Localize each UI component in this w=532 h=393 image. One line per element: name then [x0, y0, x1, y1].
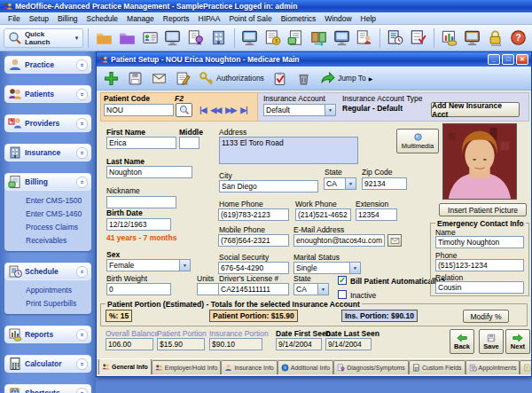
- sidebar-header-calculator[interactable]: Calculator »: [4, 355, 91, 373]
- menu-window[interactable]: Window: [320, 14, 356, 23]
- sidebar-item-process-claims[interactable]: Process Claims: [26, 221, 91, 234]
- chevron-down-icon[interactable]: »: [76, 118, 88, 130]
- menu-hipaa[interactable]: HIPAA: [194, 14, 225, 23]
- payments-exchange-button[interactable]: [308, 28, 329, 49]
- home-phone-input[interactable]: [218, 208, 289, 221]
- email-send-button[interactable]: [387, 234, 402, 247]
- security-lock-button[interactable]: [484, 28, 505, 49]
- help-button[interactable]: [507, 28, 528, 49]
- patient-code-input[interactable]: [104, 104, 174, 116]
- billing-invoice-button[interactable]: [262, 28, 284, 49]
- emergency-relation-input[interactable]: [435, 281, 524, 294]
- statements-button[interactable]: [331, 28, 352, 49]
- sidebar-header-insurance[interactable]: Insurance »: [4, 144, 91, 161]
- nav-first-button[interactable]: |◀: [200, 106, 206, 114]
- chevron-down-icon[interactable]: »: [76, 358, 88, 370]
- tab-diagnosis-symptoms[interactable]: Diagnosis/Symptoms: [333, 360, 409, 374]
- work-phone-input[interactable]: [295, 208, 351, 221]
- emergency-phone-input[interactable]: [435, 259, 524, 271]
- terminal-button[interactable]: [462, 28, 483, 49]
- tab-insurance-info[interactable]: Insurance Info: [221, 360, 277, 374]
- maximize-button[interactable]: □: [502, 54, 514, 65]
- chevron-down-icon[interactable]: »: [76, 147, 88, 159]
- emergency-name-input[interactable]: [435, 236, 524, 248]
- add-patient-button[interactable]: [100, 68, 121, 89]
- tab-general-info[interactable]: General Info: [98, 358, 152, 374]
- chevron-down-icon[interactable]: »: [76, 59, 88, 71]
- save-patient-button[interactable]: [124, 68, 145, 89]
- sex-select[interactable]: Female▼: [106, 259, 191, 271]
- sidebar-item-enter-cms-1460[interactable]: Enter CMS-1460: [26, 208, 91, 221]
- charges-button[interactable]: [285, 28, 306, 49]
- next-button[interactable]: Next: [505, 329, 530, 354]
- state-select[interactable]: CA▼: [324, 177, 356, 190]
- charts-button[interactable]: [439, 28, 460, 49]
- patient-portion-input[interactable]: [157, 338, 205, 350]
- tab-additional-info[interactable]: Additional Info: [278, 360, 333, 374]
- jump-to-button[interactable]: Jump To ▶: [317, 68, 376, 89]
- back-button[interactable]: Back: [450, 329, 474, 354]
- email-input[interactable]: [293, 234, 385, 247]
- close-button[interactable]: ✕: [516, 54, 528, 65]
- city-input[interactable]: [219, 180, 318, 193]
- save-button[interactable]: Save: [479, 329, 504, 354]
- claims-export-button[interactable]: [239, 28, 261, 49]
- insurance-portion-input[interactable]: [209, 338, 262, 350]
- menu-reports[interactable]: Reports: [159, 14, 194, 23]
- sidebar-header-patients[interactable]: Patients »: [4, 85, 91, 103]
- tab-employer-hold-info[interactable]: Employer/Hold Info: [152, 360, 222, 374]
- edit-button[interactable]: [172, 68, 193, 89]
- address-input[interactable]: 1133 El Toro Road: [219, 137, 358, 164]
- middle-input[interactable]: [179, 137, 200, 149]
- sidebar-item-enter-cms-1500[interactable]: Enter CMS-1500: [26, 194, 91, 208]
- delete-button[interactable]: [293, 68, 315, 89]
- chevron-up-icon[interactable]: «: [76, 177, 88, 188]
- menu-help[interactable]: Help: [356, 14, 380, 23]
- tab-patient-notes[interactable]: Patient Notes: [520, 360, 531, 374]
- patient-report-button[interactable]: [354, 28, 375, 49]
- date-last-seen-input[interactable]: [325, 338, 372, 350]
- patient-search-button[interactable]: [176, 103, 192, 117]
- nav-previous-button[interactable]: ◀◀: [210, 106, 221, 114]
- overall-balance-input[interactable]: [106, 338, 153, 350]
- insert-picture-button[interactable]: Insert Patient Picture: [439, 203, 527, 216]
- cpt-codes-button[interactable]: [93, 28, 114, 49]
- date-first-seen-input[interactable]: [276, 338, 322, 350]
- sidebar-header-providers[interactable]: Providers »: [4, 114, 91, 132]
- social-security-input[interactable]: [218, 262, 289, 274]
- birth-weight-input[interactable]: [106, 283, 171, 295]
- extension-input[interactable]: [356, 208, 397, 221]
- sidebar-header-reports[interactable]: Reports »: [4, 326, 91, 343]
- nav-last-button[interactable]: ▶|: [240, 106, 246, 114]
- workstation-button[interactable]: [162, 28, 184, 49]
- chevron-down-icon[interactable]: »: [76, 89, 88, 100]
- audit-report-button[interactable]: [408, 28, 429, 49]
- menu-setup[interactable]: Setup: [25, 14, 53, 23]
- bill-auto-checkbox[interactable]: [338, 276, 347, 285]
- sidebar-item-print-superbills[interactable]: Print Superbills: [26, 297, 91, 310]
- chevron-down-icon[interactable]: »: [76, 388, 88, 393]
- practice-office-button[interactable]: [208, 28, 230, 49]
- tab-custom-fields[interactable]: Custom Fields: [409, 360, 466, 374]
- menu-manage[interactable]: Manage: [122, 14, 159, 23]
- tab-appointments[interactable]: Appointments: [466, 360, 520, 374]
- menu-file[interactable]: File: [4, 14, 25, 23]
- sidebar-header-schedule[interactable]: Schedule «: [4, 263, 91, 280]
- quick-launch-button[interactable]: Quick Launch ▼: [4, 28, 83, 48]
- menu-schedule[interactable]: Schedule: [82, 14, 122, 23]
- insurance-account-select[interactable]: Default▼: [263, 104, 336, 116]
- authorizations-button[interactable]: Authorizations: [196, 68, 267, 89]
- nickname-input[interactable]: [106, 196, 176, 208]
- patient-card-button[interactable]: [139, 28, 160, 49]
- nav-next-button[interactable]: ▶▶: [225, 106, 236, 114]
- sidebar-header-practice[interactable]: Practice »: [4, 56, 91, 74]
- certificates-button[interactable]: [185, 28, 207, 49]
- last-name-input[interactable]: [106, 166, 192, 178]
- mail-button[interactable]: [148, 68, 169, 89]
- drivers-license-input[interactable]: [218, 283, 289, 295]
- menu-biometrics[interactable]: Biometrics: [277, 14, 321, 23]
- zip-code-input[interactable]: [362, 177, 407, 190]
- menu-point-of-sale[interactable]: Point of Sale: [224, 14, 276, 23]
- birth-date-input[interactable]: [106, 218, 171, 231]
- tasks-button[interactable]: [270, 68, 291, 89]
